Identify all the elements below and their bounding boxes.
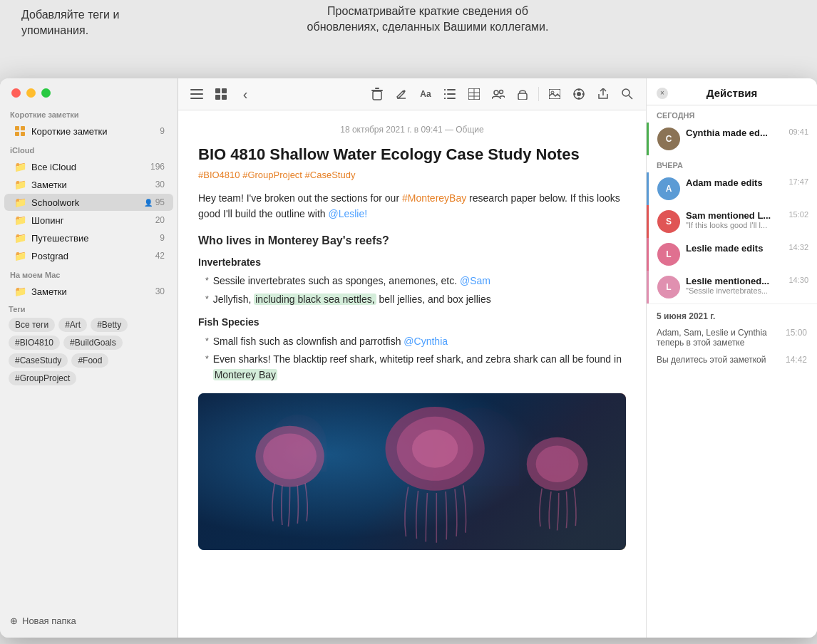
minimize-button[interactable] [26,88,36,98]
traffic-lights [0,78,178,105]
sidebar-item-short-notes[interactable]: Короткие заметки 9 [4,123,173,140]
cynthia-name: Cynthia made ed... [686,128,783,138]
tag-betty[interactable]: #Betty [91,318,128,332]
sidebar-item-postgrad[interactable]: 📁 Postgrad 42 [4,247,173,264]
sidebar-item-shopping[interactable]: 📁 Шопинг 20 [4,212,173,229]
highlight-monterey: Monterey Bay [213,369,277,380]
delete-button[interactable] [367,84,387,104]
shopping-label: Шопинг [31,215,155,226]
maximize-button[interactable] [41,88,51,98]
table-button[interactable] [464,84,484,104]
svg-rect-7 [215,88,220,93]
avatar-cynthia: C [657,128,680,150]
tag-groupproject[interactable]: #GroupProject [9,371,76,385]
new-folder-button[interactable]: ⊕ Новая папка [0,611,178,630]
annotation-top-left: Добавляйте теги и упоминания. [21,7,171,39]
annotation-top-center: Просматривайте краткие сведения об обнов… [228,4,627,36]
svg-rect-9 [215,95,220,100]
svg-rect-20 [444,98,446,99]
activity-item-leslie1[interactable]: L Leslie made edits 14:32 [647,238,817,271]
svg-point-32 [574,93,576,95]
activity-header: × Действия [647,78,817,105]
share-button[interactable] [593,84,613,104]
svg-rect-1 [21,126,25,130]
sidebar: Короткие заметки Короткие заметки 9 iClo… [0,78,178,638]
bullet-item-2: * Jellyfish, including black sea nettles… [198,291,626,307]
event-2-text: Вы делитесь этой заметкой [657,355,766,365]
bullet-item-3: * Small fish such as clownfish and parro… [198,333,626,349]
lock-button[interactable] [513,84,533,104]
share-people-button[interactable] [488,84,508,104]
svg-point-41 [263,433,317,479]
svg-rect-27 [518,93,527,100]
tag-food[interactable]: #Food [71,353,108,368]
svg-rect-8 [222,88,227,93]
collab-button[interactable] [569,84,589,104]
tag-all[interactable]: Все теги [9,318,55,332]
notes-icloud-count: 30 [155,180,165,189]
photo-insert-button[interactable] [545,84,565,104]
folder-icon: 📁 [13,286,27,297]
sidebar-item-travel[interactable]: 📁 Путешествие 9 [4,229,173,246]
activity-item-sam[interactable]: S Sam mentioned L... "If this looks good… [647,205,817,238]
all-icloud-label: Все iCloud [31,162,150,172]
tag-bio4810[interactable]: #BIO4810 [9,336,60,350]
activity-item-leslie2[interactable]: L Leslie mentioned... "Sessile invertebr… [647,271,817,303]
folder-icon: 📁 [13,161,27,172]
svg-rect-10 [222,95,227,100]
sam-time: 15:02 [788,210,808,219]
postgrad-count: 42 [155,251,165,261]
tag-casestudy[interactable]: #CaseStudy [9,353,68,368]
note-body: Hey team! I've broken out the sections f… [198,190,626,383]
sidebar-scroll: Короткие заметки Короткие заметки 9 iClo… [0,105,178,611]
cynthia-time: 09:41 [788,128,808,136]
folder-icon: 📁 [13,250,27,261]
mention-sam: @Sam [460,275,490,286]
note-title: BIO 4810 Shallow Water Ecology Case Stud… [198,145,626,165]
search-button[interactable] [617,84,637,104]
svg-rect-16 [444,89,446,90]
svg-rect-6 [190,98,203,99]
sidebar-item-notes-mac[interactable]: 📁 Заметки 30 [4,283,173,300]
close-button[interactable] [11,88,21,98]
avatar-adam: A [657,177,680,200]
sidebar-item-schoolwork[interactable]: 📁 Schoolwork 👤 95 [4,194,173,211]
list-view-button[interactable] [187,84,207,104]
tag-art[interactable]: #Art [58,318,87,332]
travel-count: 9 [160,233,165,243]
leslie1-time: 14:32 [788,243,808,251]
grid-view-button[interactable] [211,84,231,104]
activity-event-2: Вы делитесь этой заметкой 14:42 [647,351,817,368]
subsection-invertebrates: Invertebrates [198,254,626,270]
svg-rect-19 [447,98,456,99]
activity-section-today: СЕГОДНЯ [647,105,817,123]
section-label-mac: На моем Mac [0,265,178,282]
event-2-time: 14:42 [786,355,807,365]
list-format-button[interactable] [440,84,460,104]
activity-list: СЕГОДНЯ C Cynthia made ed... 09:41 ВЧЕРА… [647,105,817,638]
svg-point-25 [494,90,498,95]
svg-rect-3 [21,132,25,136]
svg-point-26 [500,90,503,94]
app-window: Короткие заметки Короткие заметки 9 iClo… [0,78,817,638]
activity-close-button[interactable]: × [657,88,668,99]
svg-rect-2 [15,132,19,136]
activity-item-adam[interactable]: A Adam made edits 17:47 [647,172,817,205]
avatar-leslie1: L [657,243,680,266]
back-button[interactable]: ‹ [235,84,255,104]
sidebar-item-all-icloud[interactable]: 📁 Все iCloud 196 [4,158,173,175]
activity-item-cynthia[interactable]: C Cynthia made ed... 09:41 [647,123,817,155]
activity-event-1: Adam, Sam, Leslie и Cynthiaтеперь в этой… [647,324,817,351]
svg-rect-15 [447,89,456,90]
font-button[interactable]: Aa [416,84,436,104]
tags-grid: Все теги #Art #Betty #BIO4810 #BuildGoal… [9,318,169,385]
hashtag-montereybay: #MontereyBay [402,192,466,204]
tag-buildgoals[interactable]: #BuildGoals [63,336,123,350]
sam-preview: "If this looks good I'll l... [686,221,783,229]
compose-button[interactable] [391,84,411,104]
schoolwork-label: Schoolwork [31,197,144,208]
avatar-leslie2: L [657,276,680,298]
event-1-time: 15:00 [786,328,807,348]
section-label-short-notes: Короткие заметки [0,105,178,122]
sidebar-item-notes-icloud[interactable]: 📁 Заметки 30 [4,176,173,193]
